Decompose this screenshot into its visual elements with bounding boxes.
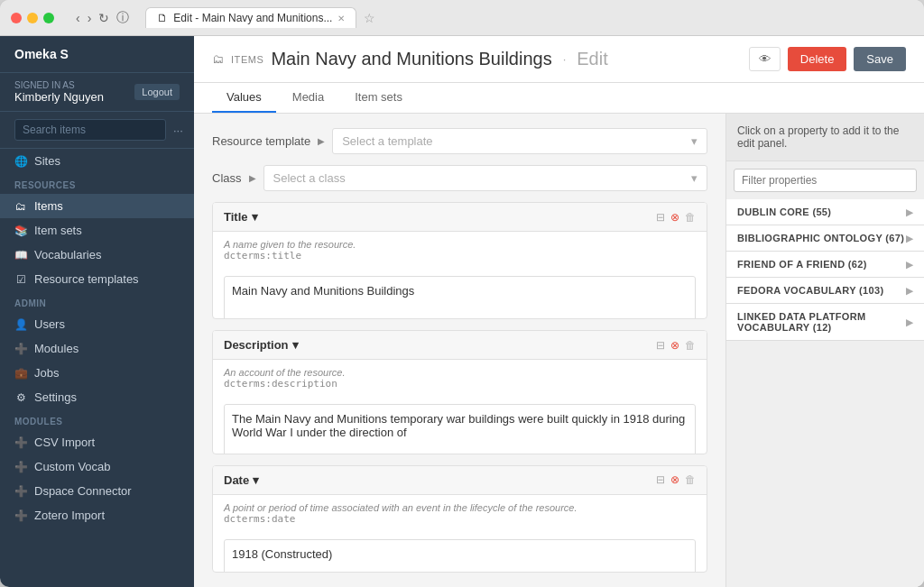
- description-property-icons: ⊟ ⊗ 🗑: [656, 339, 696, 352]
- resource-templates-icon: ☑: [14, 273, 27, 286]
- csv-icon: ➕: [14, 436, 27, 449]
- sidebar-item-users[interactable]: 👤 Users: [0, 312, 194, 336]
- description-value-textarea[interactable]: The Main Navy and Munitions temporary wa…: [224, 404, 696, 454]
- filter-properties-input[interactable]: [734, 169, 917, 192]
- sidebar-item-csv-import[interactable]: ➕ CSV Import: [0, 430, 194, 454]
- two-col-layout: Resource template ▶ Select a template ▾ …: [194, 114, 924, 587]
- description-property-block: Description ▾ ⊟ ⊗ 🗑 An account of the re…: [212, 330, 707, 454]
- title-property-meta: A name given to the resource. dcterms:ti…: [213, 232, 707, 269]
- sidebar-item-sites[interactable]: 🌐 Sites: [0, 149, 194, 173]
- sidebar-item-items[interactable]: 🗂 Items: [0, 194, 194, 218]
- info-button[interactable]: ⓘ: [116, 10, 129, 26]
- date-delete-icon[interactable]: 🗑: [685, 473, 696, 486]
- header-actions: 👁 Delete Save: [749, 47, 906, 71]
- ontology-arrow-icon: ▶: [906, 286, 913, 296]
- preview-button[interactable]: 👁: [749, 47, 781, 71]
- description-delete-icon[interactable]: 🗑: [685, 339, 696, 352]
- description-property-name[interactable]: Description ▾: [224, 338, 299, 352]
- chevron-down-icon: ▾: [691, 171, 698, 185]
- back-button[interactable]: ‹: [76, 11, 80, 25]
- date-chevron: ▾: [253, 473, 259, 487]
- date-property-icons: ⊟ ⊗ 🗑: [656, 473, 696, 486]
- right-panel-hint: Click on a property to add it to the edi…: [726, 114, 924, 161]
- ontology-label: FRIEND OF A FRIEND (62): [737, 259, 867, 270]
- browser-tab-bar: 🗋 Edit - Main Navy and Munitions... ✕: [145, 7, 356, 28]
- sidebar-item-item-sets[interactable]: 📚 Item sets: [0, 218, 194, 243]
- sidebar-item-jobs[interactable]: 💼 Jobs: [0, 361, 194, 385]
- resource-template-arrow: ▶: [318, 136, 325, 146]
- sidebar-item-label: Items: [34, 199, 63, 213]
- title-delete-icon[interactable]: 🗑: [685, 211, 696, 224]
- date-desc: A point or period of time associated wit…: [224, 502, 696, 513]
- date-value-textarea[interactable]: 1918 (Constructed): [224, 539, 696, 573]
- title-value-textarea[interactable]: Main Navy and Munitions Buildings: [224, 276, 696, 319]
- class-select[interactable]: Select a class ▾: [263, 165, 707, 191]
- ontology-foaf[interactable]: FRIEND OF A FRIEND (62) ▶: [726, 252, 924, 278]
- maximize-button[interactable]: [43, 13, 54, 23]
- logout-button[interactable]: Logout: [134, 84, 180, 100]
- resource-template-select[interactable]: Select a template ▾: [332, 128, 707, 154]
- date-property-meta: A point or period of time associated wit…: [213, 495, 707, 532]
- items-badge-icon: 🗂: [212, 52, 224, 66]
- tab-values[interactable]: Values: [212, 83, 276, 113]
- title-property-name[interactable]: Title ▾: [224, 210, 258, 224]
- signed-as-label: SIGNED IN AS: [14, 80, 104, 90]
- title-property-header: Title ▾ ⊟ ⊗ 🗑: [213, 203, 707, 232]
- ontology-fedora[interactable]: FEDORA VOCABULARY (103) ▶: [726, 278, 924, 304]
- sidebar-item-modules[interactable]: ➕ Modules: [0, 336, 194, 361]
- title-chevron: ▾: [252, 210, 258, 224]
- sidebar-item-label: Zotero Import: [34, 509, 105, 522]
- date-value-area: 1918 (Constructed): [213, 532, 707, 573]
- users-icon: 👤: [14, 318, 27, 331]
- delete-button[interactable]: Delete: [788, 47, 847, 71]
- edit-panel: Resource template ▶ Select a template ▾ …: [194, 114, 725, 587]
- close-button[interactable]: [11, 13, 22, 23]
- title-property-block: Title ▾ ⊟ ⊗ 🗑 A name given to the resour…: [212, 202, 707, 319]
- save-button[interactable]: Save: [854, 47, 906, 71]
- bookmark-icon[interactable]: ☆: [364, 11, 375, 25]
- description-value-area: The Main Navy and Munitions temporary wa…: [213, 397, 707, 454]
- date-property-name[interactable]: Date ▾: [224, 473, 259, 487]
- sidebar-item-label: Settings: [34, 390, 77, 404]
- date-required-icon: ⊗: [670, 473, 679, 486]
- title-value-area: Main Navy and Munitions Buildings: [213, 269, 707, 319]
- ontology-arrow-icon: ▶: [906, 260, 913, 270]
- search-input[interactable]: [14, 119, 166, 141]
- class-label: Class: [212, 171, 242, 185]
- minimize-button[interactable]: [27, 13, 38, 23]
- description-required-icon: ⊗: [670, 339, 679, 352]
- date-property-header: Date ▾ ⊟ ⊗ 🗑: [213, 466, 707, 495]
- page-title-row: 🗂 ITEMS Main Navy and Munitions Building…: [212, 49, 608, 69]
- settings-icon: ⚙: [14, 391, 27, 404]
- dspace-icon: ➕: [14, 485, 27, 498]
- sidebar-item-resource-templates[interactable]: ☑ Resource templates: [0, 267, 194, 291]
- ontology-dublin-core[interactable]: DUBLIN CORE (55) ▶: [726, 199, 924, 225]
- sidebar-item-label: CSV Import: [34, 436, 95, 449]
- ontology-arrow-icon: ▶: [906, 317, 913, 327]
- sidebar-item-dspace-connector[interactable]: ➕ Dspace Connector: [0, 479, 194, 503]
- sidebar-item-label: Resource templates: [34, 272, 139, 286]
- tab-item-sets[interactable]: Item sets: [340, 83, 417, 113]
- forward-button[interactable]: ›: [88, 11, 92, 25]
- sidebar-item-label: Custom Vocab: [34, 460, 111, 473]
- content-area: 🗂 ITEMS Main Navy and Munitions Building…: [194, 36, 924, 587]
- search-options-button[interactable]: ···: [170, 122, 187, 139]
- description-property-meta: An account of the resource. dcterms:desc…: [213, 360, 707, 397]
- sidebar-item-vocabularies[interactable]: 📖 Vocabularies: [0, 243, 194, 267]
- ontology-arrow-icon: ▶: [906, 234, 913, 243]
- tab-close-icon[interactable]: ✕: [337, 14, 345, 23]
- sidebar-item-label: Modules: [34, 342, 79, 355]
- resources-section-label: RESOURCES: [0, 173, 194, 194]
- reload-button[interactable]: ↻: [98, 11, 109, 25]
- page-title: Main Navy and Munitions Buildings: [271, 49, 551, 69]
- title-bar: ‹ › ↻ ⓘ 🗋 Edit - Main Navy and Munitions…: [0, 0, 924, 36]
- ontology-ldp[interactable]: LINKED DATA PLATFORM VOCABULARY (12) ▶: [726, 304, 924, 341]
- ontology-label: DUBLIN CORE (55): [737, 206, 831, 217]
- browser-tab[interactable]: 🗋 Edit - Main Navy and Munitions... ✕: [145, 7, 356, 28]
- sidebar-item-settings[interactable]: ⚙ Settings: [0, 385, 194, 409]
- sidebar-item-custom-vocab[interactable]: ➕ Custom Vocab: [0, 454, 194, 479]
- tab-media[interactable]: Media: [278, 83, 338, 113]
- ontology-bibliographic[interactable]: BIBLIOGRAPHIC ONTOLOGY (67) ▶: [726, 225, 924, 252]
- title-property-icons: ⊟ ⊗ 🗑: [656, 211, 696, 224]
- sidebar-item-zotero-import[interactable]: ➕ Zotero Import: [0, 503, 194, 527]
